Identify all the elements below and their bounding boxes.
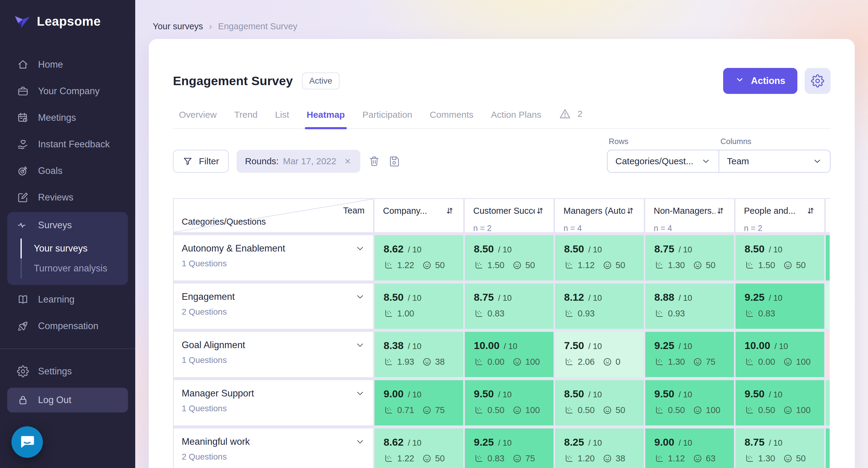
sidebar-item-label: Learning <box>38 294 74 305</box>
sidebar-item-learning[interactable]: Learning <box>0 286 135 313</box>
heatmap-cell-overflow[interactable] <box>826 235 830 281</box>
cell-score-denominator: / 10 <box>679 438 692 448</box>
heatmap-cell[interactable]: 8.75/ 100.83 <box>465 284 554 329</box>
heatmap-cell[interactable]: 10.00/ 100.00100 <box>465 332 554 377</box>
scatter-icon <box>474 357 484 367</box>
heatmap-cell[interactable]: 8.25/ 101.2038 <box>555 429 644 468</box>
heatmap-cell-overflow[interactable] <box>826 429 830 468</box>
heatmap-cell[interactable]: 9.25/ 100.83 <box>736 284 824 329</box>
sidebar-item-settings[interactable]: Settings <box>0 358 135 385</box>
expand-row-button[interactable] <box>355 292 365 302</box>
row-label-manager-support[interactable]: Manager Support1 Questions <box>174 380 373 426</box>
sidebar-item-compensation[interactable]: Compensation <box>0 313 135 340</box>
tab-list[interactable]: List <box>275 110 289 128</box>
tab-overview[interactable]: Overview <box>179 110 217 128</box>
sort-button[interactable] <box>806 206 816 216</box>
heatmap-cell[interactable]: 8.88/ 100.93 <box>645 284 734 329</box>
sidebar-item-meetings[interactable]: Meetings <box>0 105 135 131</box>
cell-score-denominator: / 10 <box>774 342 788 351</box>
sort-button[interactable] <box>715 206 725 216</box>
heatmap-cell-overflow[interactable] <box>826 380 830 426</box>
tab-heatmap[interactable]: Heatmap <box>307 110 345 128</box>
filter-button[interactable]: Filter <box>173 150 229 173</box>
sidebar-item-goals[interactable]: Goals <box>0 157 135 184</box>
row-label-autonomy-enablement[interactable]: Autonomy & Enablement1 Questions <box>174 235 373 281</box>
remove-chip-icon[interactable] <box>343 157 352 166</box>
rows-label: Rows <box>607 137 719 150</box>
settings-gear-button[interactable] <box>805 68 831 94</box>
book-icon <box>17 293 29 305</box>
delete-filter-button[interactable] <box>368 155 380 167</box>
cell-sentiment-value: 100 <box>525 357 539 367</box>
sort-button[interactable] <box>535 206 545 216</box>
column-n-count: n = 2 <box>473 224 545 233</box>
expand-row-button[interactable] <box>355 388 365 399</box>
heatmap-cell[interactable]: 9.25/ 101.3075 <box>645 332 734 377</box>
question-count: 1 Questions <box>182 259 365 268</box>
sort-button[interactable] <box>625 206 635 216</box>
sidebar-item-your-company[interactable]: Your Company <box>0 78 135 105</box>
intercom-launcher[interactable] <box>11 426 43 458</box>
heatmap-cell-overflow[interactable] <box>826 332 830 377</box>
heatmap-cell[interactable]: 8.62/ 101.2250 <box>375 429 463 468</box>
scatter-icon <box>564 309 574 319</box>
breadcrumb-your-surveys[interactable]: Your surveys <box>153 22 203 31</box>
sidebar-item-label: Reviews <box>38 192 73 203</box>
tab-comments[interactable]: Comments <box>430 110 473 128</box>
tab-trend[interactable]: Trend <box>234 110 257 128</box>
heatmap-cell[interactable]: 7.50/ 102.060 <box>555 332 644 377</box>
tab-action-plans[interactable]: Action Plans <box>491 110 541 128</box>
heatmap-cell[interactable]: 10.00/ 100.00100 <box>736 332 824 377</box>
heatmap-cell[interactable]: 8.50/ 101.5050 <box>736 235 824 281</box>
actions-button[interactable]: Actions <box>723 68 797 94</box>
cell-score-denominator: / 10 <box>679 245 692 255</box>
expand-row-button[interactable] <box>355 243 365 254</box>
sidebar-item-surveys[interactable]: Surveys <box>7 212 128 238</box>
row-label-meaningful-work[interactable]: Meaningful work2 Questions <box>174 429 373 468</box>
cell-score: 8.50 <box>745 243 765 255</box>
app-logo[interactable]: Leapsome <box>0 0 135 29</box>
heatmap-cell-overflow[interactable] <box>826 284 830 329</box>
heatmap-cell[interactable]: 9.25/ 100.8375 <box>465 429 554 468</box>
heatmap-cell[interactable]: 8.38/ 101.9338 <box>375 332 463 377</box>
row-label-engagement[interactable]: Engagement2 Questions <box>174 284 373 329</box>
sidebar-item-reviews[interactable]: Reviews <box>0 184 135 211</box>
column-header-overflow <box>826 199 830 232</box>
heatmap-cell[interactable]: 9.00/ 101.1263 <box>645 429 734 468</box>
heatmap-cell[interactable]: 8.75/ 101.3050 <box>645 235 734 281</box>
rows-select[interactable]: Categories/Quest... <box>608 150 719 172</box>
heatmap-cell[interactable]: 8.50/ 101.1250 <box>555 235 644 281</box>
cell-sentiment-value: 50 <box>706 260 715 270</box>
cell-score-denominator: / 10 <box>588 245 602 255</box>
heatmap-cell[interactable]: 8.62/ 101.2250 <box>375 235 463 281</box>
scatter-icon <box>564 454 574 464</box>
tab-participation[interactable]: Participation <box>363 110 412 128</box>
heatmap-cell[interactable]: 8.75/ 101.3050 <box>736 429 824 468</box>
cell-score: 8.50 <box>383 291 404 303</box>
save-filter-button[interactable] <box>388 155 400 167</box>
scatter-icon <box>745 405 754 415</box>
heatmap-cell[interactable]: 8.12/ 100.93 <box>555 284 644 329</box>
heatmap-cell[interactable]: 9.50/ 100.50100 <box>465 380 554 426</box>
sidebar-item-log-out[interactable]: Log Out <box>7 388 128 412</box>
column-header-managers-auto: Managers (Auto)n = 4 <box>555 199 644 232</box>
sidebar-item-home[interactable]: Home <box>0 51 135 78</box>
rounds-filter-chip[interactable]: Rounds: Mar 17, 2022 <box>237 150 361 173</box>
row-label-goal-alignment[interactable]: Goal Alignment1 Questions <box>174 332 373 377</box>
scatter-icon <box>383 357 394 367</box>
sidebar-item-instant-feedback[interactable]: Instant Feedback <box>0 131 135 157</box>
sidebar-subitem-your-surveys[interactable]: Your surveys <box>7 238 128 259</box>
expand-row-button[interactable] <box>355 437 365 447</box>
sort-button[interactable] <box>444 206 455 216</box>
columns-select[interactable]: Team <box>719 150 830 172</box>
heatmap-cell[interactable]: 9.50/ 100.50100 <box>736 380 824 426</box>
heatmap-cell[interactable]: 9.00/ 100.7175 <box>375 380 463 426</box>
heatmap-cell[interactable]: 8.50/ 100.5050 <box>555 380 644 426</box>
heatmap-cell[interactable]: 8.50/ 101.5050 <box>465 235 554 281</box>
expand-row-button[interactable] <box>355 340 365 350</box>
heatmap-cell[interactable]: 8.50/ 101.00 <box>375 284 463 329</box>
tab-warning[interactable]: 2 <box>559 108 583 128</box>
sidebar-subitem-turnover-analysis[interactable]: Turnover analysis <box>7 259 128 279</box>
cell-spread-value: 0.50 <box>668 405 685 415</box>
heatmap-cell[interactable]: 9.50/ 100.50100 <box>645 380 734 426</box>
